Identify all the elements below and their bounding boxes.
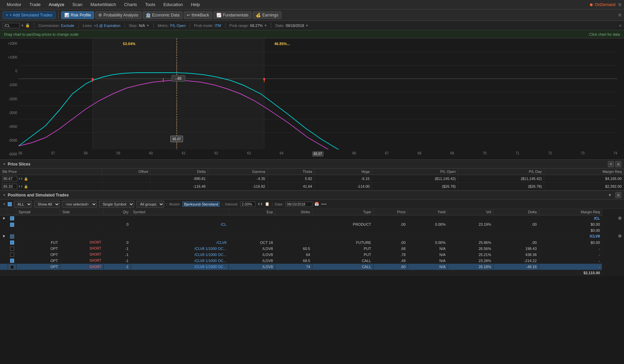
step-dropdown-icon[interactable]: ▼: [146, 24, 149, 27]
nav-scan[interactable]: Scan: [68, 1, 86, 8]
cl-row-checkbox[interactable]: [10, 223, 14, 227]
nav-charts[interactable]: Charts: [120, 1, 141, 8]
date-dropdown-icon[interactable]: ▼: [306, 24, 309, 27]
cl-gear-icon[interactable]: ⚙: [618, 216, 622, 221]
interest-arrow-icon[interactable]: ⬆⬇: [257, 202, 263, 206]
earnings-icon: 💰: [256, 13, 261, 17]
risk-profile-icon: 📊: [64, 13, 69, 17]
svg-text:65.07: 65.07: [172, 137, 181, 141]
lock-icon-2[interactable]: 🔒: [24, 185, 28, 188]
date-setting: Date: 09/18/2018 ▼: [275, 24, 308, 28]
cl-expand-button[interactable]: ▼: [0, 215, 8, 222]
add-simulated-trades-button[interactable]: + + Add Simulated Trades: [3, 11, 56, 19]
chart-area[interactable]: +2000 +1000 0 -1000 -2000 -3000 -4000 -5…: [0, 38, 624, 159]
lock-icon-1[interactable]: 🔒: [24, 177, 28, 181]
toolbar-menu-icon[interactable]: ≡: [618, 12, 621, 18]
symbol-input[interactable]: [3, 23, 20, 28]
model-value[interactable]: Bjerksund-Stensland: [182, 202, 220, 207]
y-axis: +2000 +1000 0 -1000 -2000 -3000 -4000 -5…: [0, 38, 19, 159]
clv8-gear-icon[interactable]: ⚙: [618, 234, 622, 239]
nav-trade[interactable]: Trade: [25, 1, 44, 8]
col-strike: Strike: [275, 209, 312, 215]
step-setting: Step: N/A ▼: [129, 24, 149, 28]
positions-expand-icon[interactable]: ▼: [3, 193, 6, 197]
earnings-button[interactable]: 💰 Earnings: [253, 11, 281, 19]
opt1-checkbox[interactable]: [10, 247, 14, 251]
chart-svg[interactable]: 53.04% 46.85%... -.65 65.07: [19, 38, 617, 149]
top-nav-bar: Monitor Trade Analyze Scan MarketWatch C…: [0, 0, 624, 9]
interest-input[interactable]: [240, 202, 255, 207]
col-vega: Vega: [314, 169, 372, 175]
risk-profile-button[interactable]: 📊 Risk Profile: [61, 11, 94, 19]
interest-copy-icon[interactable]: 📋: [265, 202, 270, 206]
stk-price-arrows-2[interactable]: ⬆⬇: [18, 185, 23, 188]
filter-expand-icon[interactable]: ▼: [3, 203, 6, 206]
settings-sep-5: [190, 23, 190, 28]
clv8-opt-row-1: OPT SHORT -1 /CLV8 1/1000 OC... /LOV8 60…: [0, 246, 624, 252]
positions-dropdown-icon[interactable]: ▼: [608, 193, 612, 197]
cl-row: 0 /CL PRODUCT .00 0.00% 23.19% .00 $0.00: [0, 221, 624, 227]
all-dropdown[interactable]: ALL: [14, 201, 32, 208]
nav-monitor[interactable]: Monitor: [3, 1, 25, 8]
settings-menu-icon[interactable]: ≡: [619, 24, 621, 28]
fundamentals-button[interactable]: 📈 Fundamentals: [213, 11, 251, 19]
clv8-group-checkbox[interactable]: [10, 234, 14, 239]
group-cl-header: ▼ /CL ⚙: [0, 215, 624, 222]
col-exp: Exp: [229, 209, 275, 215]
no-selected-dropdown[interactable]: <no selected>: [62, 201, 97, 208]
hint-right-text: Click chart for data: [589, 32, 620, 36]
price-slices-add-button[interactable]: +: [608, 161, 614, 167]
ondemand-button[interactable]: ⏺ OnDemand: [589, 2, 615, 7]
show-all-dropdown[interactable]: Show All: [34, 201, 60, 208]
nav-marketwatch[interactable]: MarketWatch: [86, 1, 120, 8]
opt3-checkbox[interactable]: [10, 259, 14, 263]
all-groups-dropdown[interactable]: All groups: [136, 201, 164, 208]
fut-checkbox[interactable]: [10, 241, 14, 245]
positions-menu-button[interactable]: ≡: [615, 192, 621, 198]
symbol-selector[interactable]: ▼ 🔒: [3, 23, 30, 28]
nav-help[interactable]: Help: [187, 1, 204, 8]
symbol-lock-icon[interactable]: 🔒: [25, 23, 30, 28]
price-slices-menu-button[interactable]: ≡: [615, 161, 621, 167]
price-slices-controls: + ≡: [608, 161, 621, 167]
settings-bar: ▼ 🔒 Commission: Exclude Lines: +1 @ Expi…: [0, 21, 624, 30]
col-price: Price: [373, 209, 408, 215]
stk-price-arrows-1[interactable]: ⬆⬇: [18, 177, 23, 180]
clv8-expand-button[interactable]: ▼: [0, 233, 8, 240]
stk-price-input-1[interactable]: [2, 176, 17, 181]
prob-range-dropdown-icon[interactable]: ▼: [264, 24, 267, 27]
clv8-opt-row-2: OPT SHORT -1 /CLV8 1/1000 OC... /LOV8 64…: [0, 252, 624, 258]
date-input[interactable]: [285, 202, 312, 207]
probability-analysis-button[interactable]: ⚙ Probability Analysis: [95, 11, 141, 19]
opt4-checkbox[interactable]: [10, 265, 14, 269]
stk-price-input-2[interactable]: [2, 184, 17, 189]
col-symbol: Symbol: [131, 209, 229, 215]
economic-data-button[interactable]: 🏦 Economic Data: [143, 11, 182, 19]
single-symbol-dropdown[interactable]: Single Symbol: [99, 201, 134, 208]
date-arrows-icon[interactable]: ⬅➡: [321, 202, 326, 206]
commission-setting: Commission: Exclude: [38, 24, 74, 28]
positions-table: Spread Side Qty Symbol Exp Strike Type P…: [0, 209, 624, 276]
nav-tools[interactable]: Tools: [141, 1, 159, 8]
add-icon: +: [6, 13, 8, 17]
symbol-dropdown-icon[interactable]: ▼: [21, 24, 24, 27]
nav-analyze[interactable]: Analyze: [45, 1, 68, 8]
lines-setting: Lines: +1 @ Expiration: [83, 24, 120, 28]
cl-group-checkbox[interactable]: [10, 216, 14, 220]
hint-text: Drag chart to panDrag prices to change s…: [4, 32, 78, 36]
settings-sep-1: [34, 23, 34, 28]
menu-icon[interactable]: ≡: [618, 2, 621, 8]
thinkback-button[interactable]: ↩ thinkBack: [184, 11, 212, 19]
all-checkbox[interactable]: [8, 202, 12, 206]
settings-sep-3: [125, 23, 125, 28]
col-pl-day: P/L Day: [458, 169, 544, 175]
opt2-checkbox[interactable]: [10, 253, 14, 257]
positions-filter-bar: ▼ ALL Show All <no selected> Single Symb…: [0, 199, 624, 209]
price-slices-expand-icon[interactable]: ▼: [3, 162, 6, 166]
clv8-opt-row-4[interactable]: OPT SHORT -1 /CLV8 1/1000 OC... /LOV8 74…: [0, 264, 624, 270]
col-theta: Theta: [267, 169, 314, 175]
nav-education[interactable]: Education: [159, 1, 187, 8]
group-clv8-header: ▼ /CLV8 ⚙: [0, 233, 624, 240]
date-calendar-icon[interactable]: 📅: [314, 202, 319, 206]
toolbar: + + Add Simulated Trades 📊 Risk Profile …: [0, 9, 624, 21]
